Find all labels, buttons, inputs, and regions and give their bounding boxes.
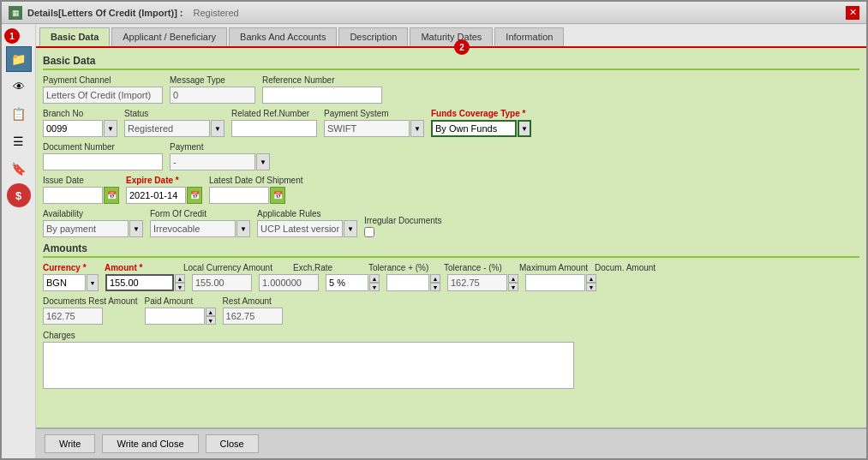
badge-2: 2 xyxy=(454,39,470,55)
exch-rate-input[interactable] xyxy=(259,274,319,291)
write-button[interactable]: Write xyxy=(45,434,95,453)
form-row-2: Branch No ▼ Status ▼ R xyxy=(43,109,859,137)
currency-dropdown[interactable]: ▼ xyxy=(87,274,99,291)
payment-system-group: Payment System ▼ xyxy=(324,109,424,137)
tab-applicant-beneficiary[interactable]: Applicant / Beneficiary xyxy=(111,27,227,46)
expire-date-label: Expire Date * xyxy=(126,176,202,185)
amount-up[interactable]: ▲ xyxy=(175,274,185,283)
tab-information[interactable]: Information xyxy=(494,27,564,46)
eye-icon: 👁 xyxy=(13,80,25,93)
document-number-input[interactable] xyxy=(43,153,163,170)
issue-date-picker[interactable]: 📅 xyxy=(104,187,119,204)
maximum-amount-label: Maximum Amount xyxy=(519,263,588,272)
availability-dropdown[interactable]: ▼ xyxy=(129,220,143,237)
local-currency-amount-input[interactable] xyxy=(192,274,252,291)
form-of-credit-group: Form Of Credit ▼ xyxy=(150,209,250,237)
expire-date-picker[interactable]: 📅 xyxy=(187,187,202,204)
paid-amount-label: Paid Amount xyxy=(145,296,216,306)
form-of-credit-input[interactable] xyxy=(150,220,236,237)
rest-amount-input[interactable] xyxy=(223,308,283,325)
tolerance-minus-input[interactable] xyxy=(386,274,429,291)
tolerance-minus-down[interactable]: ▼ xyxy=(430,283,440,291)
amount-spinner[interactable]: ▲ ▼ xyxy=(175,274,185,291)
window-status: Registered xyxy=(194,8,239,18)
issue-date-input[interactable] xyxy=(43,187,103,204)
tab-basic-data[interactable]: Basic Data xyxy=(39,27,110,46)
write-close-button[interactable]: Write and Close xyxy=(102,434,198,453)
payment-group: Payment ▼ xyxy=(170,142,270,170)
funds-coverage-input[interactable] xyxy=(431,120,517,137)
paid-amount-down[interactable]: ▼ xyxy=(206,316,216,325)
availability-input[interactable] xyxy=(43,220,129,237)
maximum-amount-down[interactable]: ▼ xyxy=(508,283,518,291)
sidebar-dollar-btn[interactable]: $ xyxy=(7,183,31,207)
funds-coverage-dropdown[interactable]: ▼ xyxy=(518,120,531,137)
charges-textarea[interactable] xyxy=(43,342,574,389)
docum-amount-up[interactable]: ▲ xyxy=(586,274,596,283)
docum-amount-input[interactable] xyxy=(525,274,585,291)
amount-input[interactable] xyxy=(105,274,174,291)
maximum-amount-spinner[interactable]: ▲ ▼ xyxy=(508,274,518,291)
payment-system-input[interactable] xyxy=(324,120,410,137)
sidebar-eye-btn[interactable]: 👁 xyxy=(6,74,32,99)
tolerance-minus-label: Tolerance - (%) xyxy=(444,263,512,272)
applicable-rules-label: Applicable Rules xyxy=(257,209,357,218)
form-row-1: Payment Channel Message Type Reference N… xyxy=(43,75,859,104)
title-bar: ▦ Details[Letters Of Credit (Import)] : … xyxy=(2,2,866,24)
branch-no-input[interactable] xyxy=(43,120,103,137)
currency-input[interactable] xyxy=(43,274,86,291)
tab-banks-accounts[interactable]: Banks And Accounts xyxy=(229,27,337,46)
status-input[interactable] xyxy=(124,120,210,137)
documents-rest-input[interactable] xyxy=(43,308,103,325)
maximum-amount-input[interactable] xyxy=(447,274,507,291)
latest-date-input[interactable] xyxy=(209,187,269,204)
payment-system-dropdown[interactable]: ▼ xyxy=(410,120,424,137)
tolerance-minus-spinner[interactable]: ▲ ▼ xyxy=(430,274,440,291)
applicable-rules-dropdown[interactable]: ▼ xyxy=(344,220,357,237)
paid-amount-up[interactable]: ▲ xyxy=(206,308,216,316)
tolerance-plus-spinner[interactable]: ▲ ▼ xyxy=(369,274,380,291)
payment-system-label: Payment System xyxy=(324,109,424,118)
maximum-amount-up[interactable]: ▲ xyxy=(508,274,518,283)
tolerance-plus-down[interactable]: ▼ xyxy=(369,283,380,291)
form-of-credit-dropdown[interactable]: ▼ xyxy=(236,220,250,237)
currency-group: ▼ xyxy=(43,274,99,291)
tolerance-plus-input[interactable] xyxy=(326,274,368,291)
sidebar-folder-btn[interactable]: 📁 xyxy=(6,46,32,72)
basic-data-title: Basic Data xyxy=(43,55,859,70)
sidebar-list-btn[interactable]: ☰ xyxy=(6,128,32,154)
branch-no-label: Branch No xyxy=(43,109,117,118)
close-button[interactable]: Close xyxy=(206,434,259,453)
sidebar-bookmark-btn[interactable]: 🔖 xyxy=(6,156,32,182)
applicable-rules-input[interactable] xyxy=(257,220,343,237)
expire-date-group: Expire Date * 📅 xyxy=(126,176,202,204)
reference-number-input[interactable] xyxy=(262,87,382,104)
expire-date-input[interactable] xyxy=(126,187,186,204)
close-window-button[interactable]: ✕ xyxy=(846,6,859,20)
tolerance-minus-up[interactable]: ▲ xyxy=(430,274,440,283)
status-dropdown[interactable]: ▼ xyxy=(211,120,224,137)
payment-channel-input[interactable] xyxy=(43,87,163,104)
amounts-title: Amounts xyxy=(43,242,859,258)
related-ref-label: Related Ref.Number xyxy=(231,109,317,118)
amount-down[interactable]: ▼ xyxy=(175,283,185,291)
sidebar-book-btn[interactable]: 📋 xyxy=(6,101,32,127)
paid-amount-input[interactable] xyxy=(145,308,205,325)
form-area: Basic Data Payment Channel Message Type … xyxy=(36,48,866,427)
reference-number-group: Reference Number xyxy=(262,75,382,104)
tab-description[interactable]: Description xyxy=(338,27,408,46)
latest-date-picker[interactable]: 📅 xyxy=(270,187,285,204)
currency-label: Currency * xyxy=(43,263,94,272)
paid-amount-spinner[interactable]: ▲ ▼ xyxy=(206,308,216,325)
irregular-docs-checkbox[interactable] xyxy=(364,227,374,237)
tab-maturity-dates[interactable]: Maturity Dates xyxy=(410,27,493,46)
related-ref-input[interactable] xyxy=(231,120,317,137)
payment-label: Payment xyxy=(170,142,270,152)
payment-dropdown[interactable]: ▼ xyxy=(256,153,270,170)
docum-amount-spinner[interactable]: ▲ ▼ xyxy=(586,274,596,291)
tolerance-plus-up[interactable]: ▲ xyxy=(369,274,380,283)
message-type-input[interactable] xyxy=(170,87,255,104)
branch-no-dropdown[interactable]: ▼ xyxy=(104,120,117,137)
payment-input[interactable] xyxy=(170,153,255,170)
docum-amount-down[interactable]: ▼ xyxy=(586,283,596,291)
